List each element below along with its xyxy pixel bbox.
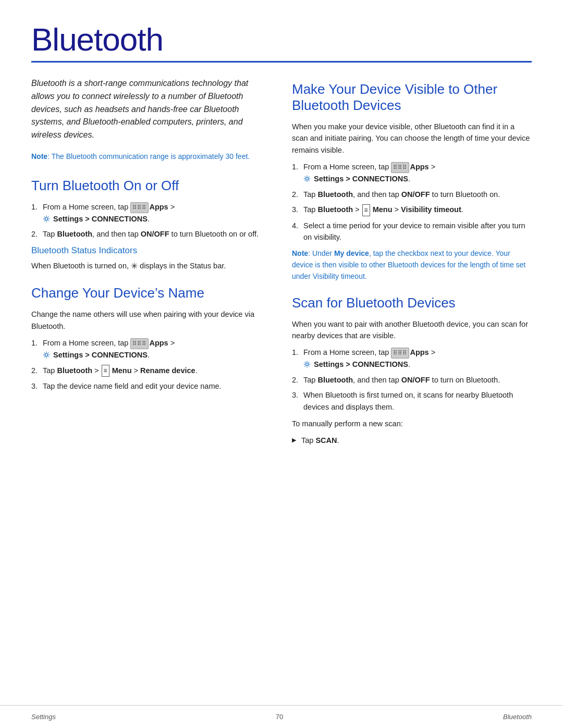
section-visible-title: Make Your Device Visible to Other Blueto… xyxy=(292,81,532,114)
intro-text: Bluetooth is a short-range communication… xyxy=(31,77,271,142)
scan-manual-text: To manually perform a new scan: xyxy=(292,418,532,429)
section-status-title: Bluetooth Status Indicators xyxy=(31,245,271,256)
page-title: Bluetooth xyxy=(31,21,532,58)
change-intro: Change the name others will use when pai… xyxy=(31,309,271,332)
intro-note-label: Note xyxy=(31,152,47,161)
apps-icon-4: ⠿⠿⠿ xyxy=(391,348,409,359)
settings-gear-icon-4 xyxy=(303,361,311,368)
visible-step-1: 1. From a Home screen, tap ⠿⠿⠿Apps > Set… xyxy=(292,161,532,184)
apps-icon: ⠿⠿⠿ xyxy=(130,202,149,213)
scan-intro: When you want to pair with another Bluet… xyxy=(292,318,532,342)
menu-icon-2: ≡ xyxy=(362,204,370,216)
svg-point-3 xyxy=(305,363,308,366)
settings-gear-icon-2 xyxy=(43,351,50,359)
title-rule xyxy=(31,61,532,63)
change-step-2: 2. Tap Bluetooth > ≡ Menu > Rename devic… xyxy=(31,365,271,377)
turn-step-2: 2. Tap Bluetooth, and then tap ON/OFF to… xyxy=(31,228,271,240)
footer-page-number: 70 xyxy=(276,713,283,721)
section-change-title: Change Your Device’s Name xyxy=(31,285,271,301)
visible-step-2: 2. Tap Bluetooth, and then tap ON/OFF to… xyxy=(292,189,532,200)
menu-icon-1: ≡ xyxy=(102,365,109,377)
change-step-1: 1. From a Home screen, tap ⠿⠿⠿Apps > Set… xyxy=(31,337,271,361)
change-steps: 1. From a Home screen, tap ⠿⠿⠿Apps > Set… xyxy=(31,337,271,392)
svg-point-1 xyxy=(45,354,47,356)
scan-step-2: 2. Tap Bluetooth, and then tap ON/OFF to… xyxy=(292,374,532,386)
change-step-3: 3. Tap the device name field and edit yo… xyxy=(31,380,271,392)
scan-bullet-1: Tap SCAN. xyxy=(292,435,532,446)
visible-steps: 1. From a Home screen, tap ⠿⠿⠿Apps > Set… xyxy=(292,161,532,243)
status-text: When Bluetooth is turned on, ✳ displays … xyxy=(31,260,271,273)
visible-intro: When you make your device visible, other… xyxy=(292,121,532,156)
scan-bullet-list: Tap SCAN. xyxy=(292,435,532,446)
visible-step-3: 3. Tap Bluetooth > ≡ Menu > Visibility t… xyxy=(292,204,532,216)
settings-gear-icon-3 xyxy=(303,175,311,182)
scan-step-1: 1. From a Home screen, tap ⠿⠿⠿Apps > Set… xyxy=(292,347,532,370)
visible-step-4: 4. Select a time period for your device … xyxy=(292,220,532,243)
apps-icon-3: ⠿⠿⠿ xyxy=(391,162,409,173)
footer: Settings 70 Bluetooth xyxy=(0,705,563,728)
intro-note-text: : The Bluetooth communication range is a… xyxy=(47,152,250,161)
footer-left: Settings xyxy=(31,713,56,721)
col-left: Bluetooth is a short-range communication… xyxy=(31,77,271,452)
svg-point-0 xyxy=(45,217,47,220)
col-right: Make Your Device Visible to Other Blueto… xyxy=(292,77,532,452)
scan-step-3: 3. When Bluetooth is first turned on, it… xyxy=(292,389,532,413)
intro-note: Note: The Bluetooth communication range … xyxy=(31,151,271,162)
section-scan-title: Scan for Bluetooth Devices xyxy=(292,295,532,311)
section-turn-title: Turn Bluetooth On or Off xyxy=(31,178,271,194)
bluetooth-icon: ✳ xyxy=(131,262,138,270)
apps-icon-2: ⠿⠿⠿ xyxy=(130,338,149,349)
svg-point-2 xyxy=(305,178,308,180)
settings-gear-icon xyxy=(43,215,50,223)
scan-steps: 1. From a Home screen, tap ⠿⠿⠿Apps > Set… xyxy=(292,347,532,413)
turn-steps: 1. From a Home screen, tap ⠿⠿⠿Apps > Set… xyxy=(31,201,271,240)
turn-step-1: 1. From a Home screen, tap ⠿⠿⠿Apps > Set… xyxy=(31,201,271,225)
footer-right: Bluetooth xyxy=(503,713,532,721)
visible-note: Note: Under My device, tap the checkbox … xyxy=(292,248,532,282)
